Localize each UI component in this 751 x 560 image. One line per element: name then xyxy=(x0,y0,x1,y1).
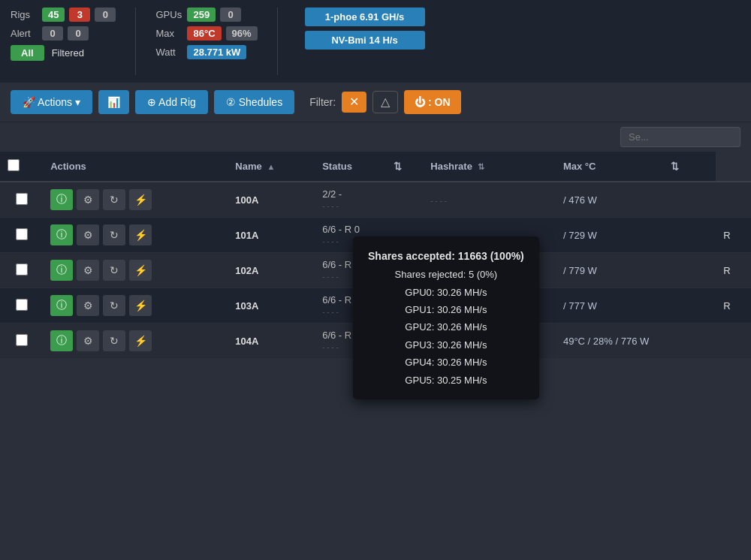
settings-button-2[interactable]: ⚙ xyxy=(77,260,99,281)
tooltip-gpu5: GPU5: 30.25 MH/s xyxy=(368,372,524,389)
col-status-sort[interactable]: ⇅ xyxy=(386,152,423,182)
info-button-0[interactable]: ⓘ xyxy=(50,189,73,210)
hashrate2-button[interactable]: NV-Bmi 14 H/s xyxy=(305,31,425,50)
actions-button[interactable]: 🚀 Actions ▾ xyxy=(11,90,92,114)
watt-value-badge: 28.771 kW xyxy=(187,45,246,59)
row-checkbox-0[interactable] xyxy=(16,193,28,205)
col-max-sort[interactable]: ⇅ xyxy=(663,152,716,182)
rigs-table: Actions Name ▲ Status ⇅ Hashrate ⇅ Max °… xyxy=(0,152,751,359)
row-hashrate-cell: - - - - xyxy=(423,182,556,218)
alert-zero1-badge: 0 xyxy=(42,26,63,41)
row-checkbox-4[interactable] xyxy=(16,334,28,346)
row-name-cell: 104A xyxy=(228,324,315,359)
refresh-button-4[interactable]: ↻ xyxy=(103,330,125,351)
filtered-button[interactable]: Filtered xyxy=(49,45,87,61)
rigs-green-badge: 45 xyxy=(42,8,65,22)
row-hashrate-cell: - - - - xyxy=(423,288,556,324)
refresh-button-0[interactable]: ↻ xyxy=(103,189,125,210)
col-hashrate2 xyxy=(532,152,556,182)
row-hashrate-cell: 181⌶5 MH/s xyxy=(423,324,556,359)
settings-button-4[interactable]: ⚙ xyxy=(77,330,99,351)
header-checkbox[interactable] xyxy=(8,159,20,171)
row-checkbox-2[interactable] xyxy=(16,263,28,275)
max-pct-badge: 96% xyxy=(226,26,258,41)
search-bar xyxy=(0,122,751,152)
row-extra-cell: R xyxy=(716,218,751,253)
settings-button-3[interactable]: ⚙ xyxy=(77,295,99,316)
search-input[interactable] xyxy=(620,127,740,147)
row-actions-cell: ⓘ ⚙ ↻ ⚡ xyxy=(43,182,228,218)
row-checkbox-cell xyxy=(0,182,43,218)
row-checkbox-cell xyxy=(0,218,43,253)
power-button-0[interactable]: ⚡ xyxy=(129,189,152,210)
row-name-cell: 101A xyxy=(228,218,315,253)
row-name-cell: 103A xyxy=(228,288,315,324)
all-button[interactable]: All xyxy=(11,45,44,61)
chart-button[interactable]: 📊 xyxy=(98,90,129,114)
info-button-3[interactable]: ⓘ xyxy=(50,295,73,316)
max-label: Max xyxy=(155,28,182,39)
row-checkbox-cell xyxy=(0,253,43,288)
settings-button-1[interactable]: ⚙ xyxy=(77,224,99,245)
main-content: Actions Name ▲ Status ⇅ Hashrate ⇅ Max °… xyxy=(0,152,751,359)
col-max-c: Max °C xyxy=(556,152,663,182)
alert-row: Alert 0 0 xyxy=(11,26,116,41)
row-actions-cell: ⓘ ⚙ ↻ ⚡ xyxy=(43,324,228,359)
col-actions: Actions xyxy=(43,152,228,182)
row-hashrate-cell: - - - - xyxy=(423,218,556,253)
col-hashrate: Hashrate ⇅ xyxy=(423,152,532,182)
refresh-button-2[interactable]: ↻ xyxy=(103,260,125,281)
row-checkbox-1[interactable] xyxy=(16,228,28,240)
action-btns-2: ⓘ ⚙ ↻ ⚡ xyxy=(50,260,220,281)
row-status-cell: 2/2 - - - - - xyxy=(315,182,423,218)
power-button-1[interactable]: ⚡ xyxy=(129,224,152,245)
filter-alert-button[interactable]: △ xyxy=(372,91,398,113)
row-checkbox-3[interactable] xyxy=(16,299,28,311)
row-status-cell: 6/6 - R 0 - - - - xyxy=(315,288,423,324)
row-extra-cell: R xyxy=(716,253,751,288)
filter-x-button[interactable]: ✕ xyxy=(342,92,366,113)
power-button-3[interactable]: ⚡ xyxy=(129,295,152,316)
refresh-button-3[interactable]: ↻ xyxy=(103,295,125,316)
table-container: Actions Name ▲ Status ⇅ Hashrate ⇅ Max °… xyxy=(0,152,751,359)
info-button-1[interactable]: ⓘ xyxy=(50,224,73,245)
watt-label: Watt xyxy=(155,47,182,58)
table-row: ⓘ ⚙ ↻ ⚡ 104A 6/6 - R 0 - - - - 181⌶5 MH/… xyxy=(0,324,751,359)
hashrate1-button[interactable]: 1-phoe 6.91 GH/s xyxy=(305,8,425,26)
row-actions-cell: ⓘ ⚙ ↻ ⚡ xyxy=(43,253,228,288)
power-button-4[interactable]: ⚡ xyxy=(129,330,152,351)
gpus-label: GPUs xyxy=(155,9,182,20)
row-name-cell: 102A xyxy=(228,253,315,288)
table-row: ⓘ ⚙ ↻ ⚡ 103A 6/6 - R 0 - - - - - - - -/ … xyxy=(0,288,751,324)
alert-label: Alert xyxy=(11,28,38,39)
rigs-row: Rigs 45 3 0 xyxy=(11,8,116,22)
action-btns-1: ⓘ ⚙ ↻ ⚡ xyxy=(50,224,220,245)
rigs-red-badge: 3 xyxy=(69,8,90,22)
power-button-2[interactable]: ⚡ xyxy=(129,260,152,281)
hashrate-sort-icon[interactable]: ⇅ xyxy=(478,162,484,171)
row-maxc-cell: / 729 W xyxy=(556,218,716,253)
row-maxc-cell: / 476 W xyxy=(556,182,716,218)
gpus-row: GPUs 259 0 xyxy=(155,8,257,22)
col-status: Status xyxy=(315,152,386,182)
settings-button-0[interactable]: ⚙ xyxy=(77,189,99,210)
row-status-cell: 6/6 - R 0 - - - - xyxy=(315,324,423,359)
name-sort-icon[interactable]: ▲ xyxy=(267,162,275,171)
top-bar: Rigs 45 3 0 Alert 0 0 All Filtered GPUs … xyxy=(0,0,751,83)
add-rig-button[interactable]: ⊕ Add Rig xyxy=(135,90,208,114)
info-button-4[interactable]: ⓘ xyxy=(50,330,73,351)
refresh-button-1[interactable]: ↻ xyxy=(103,224,125,245)
row-checkbox-cell xyxy=(0,324,43,359)
info-button-2[interactable]: ⓘ xyxy=(50,260,73,281)
on-button[interactable]: ⏻ : ON xyxy=(404,90,460,114)
gpus-green-badge: 259 xyxy=(187,8,216,22)
all-filtered-row[interactable]: All Filtered xyxy=(11,45,116,61)
divider-1 xyxy=(135,8,136,75)
rigs-stats: Rigs 45 3 0 Alert 0 0 All Filtered xyxy=(11,8,116,61)
row-extra-cell xyxy=(716,182,751,218)
row-status-cell: 6/6 - R 0 - - - - xyxy=(315,218,423,253)
schedules-button[interactable]: ② Shedules xyxy=(214,90,294,114)
table-row: ⓘ ⚙ ↻ ⚡ 101A 6/6 - R 0 - - - - - - - -/ … xyxy=(0,218,751,253)
table-header-row: Actions Name ▲ Status ⇅ Hashrate ⇅ Max °… xyxy=(0,152,751,182)
alert-zero2-badge: 0 xyxy=(68,26,89,41)
